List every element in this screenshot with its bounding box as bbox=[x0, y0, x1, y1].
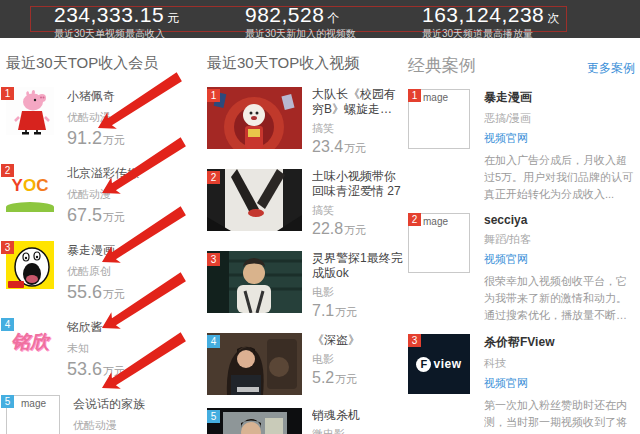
broken-image-text: mage bbox=[423, 92, 448, 103]
member-row-2[interactable]: 2 YOC 北京溢彩传媒 优酷动漫 67.5万元 bbox=[6, 164, 202, 226]
video-category: 电影 bbox=[312, 285, 403, 300]
member-row-1[interactable]: 1 小猪佩奇 bbox=[6, 87, 202, 149]
stat-label: 最近30天频道最高播放量 bbox=[422, 27, 559, 41]
video-title[interactable]: 大队长《校园有穷B》螺旋走位巧夺助学金... bbox=[312, 87, 403, 117]
rank-badge: 3 bbox=[207, 253, 220, 266]
top-stats-bar: 234,333.15元 最近30天单视频最高收入 982,528个 最近30天新… bbox=[0, 0, 640, 38]
video-amount: 5.2万元 bbox=[312, 369, 403, 387]
case-category: 恶搞/漫画 bbox=[484, 111, 634, 126]
member-amount: 53.6万元 bbox=[67, 359, 125, 380]
member-name[interactable]: 小猪佩奇 bbox=[67, 88, 125, 105]
case-title[interactable]: secciya bbox=[484, 213, 634, 227]
broken-image-placeholder: mage bbox=[6, 395, 60, 434]
member-row-4[interactable]: 4 铭欣 铭欣酱 未知 53.6万元 bbox=[6, 318, 202, 380]
video-thumbnail[interactable]: 3 bbox=[207, 251, 302, 313]
member-category: 未知 bbox=[67, 341, 125, 356]
rank-badge: 3 bbox=[1, 241, 14, 254]
stat-new-videos: 982,528个 最近30天新加入的视频数 bbox=[245, 3, 356, 41]
video-thumbnail[interactable]: 2 bbox=[207, 169, 302, 231]
member-amount: 67.5万元 bbox=[67, 205, 139, 226]
classic-cases-column: 经典案例 更多案例 1 mage 暴走漫画 恶搞/漫画 视频官网 在加入广告分成… bbox=[408, 54, 635, 434]
member-name[interactable]: 会说话的家族 bbox=[73, 396, 145, 413]
case-site-link[interactable]: 视频官网 bbox=[484, 252, 634, 267]
video-category: 电影 bbox=[312, 352, 403, 367]
case-description: 很荣幸加入视频创收平台，它为我带来了新的激情和动力。通过搜索优化，播放量不断增加… bbox=[484, 273, 634, 324]
thumbnail-art-detective bbox=[207, 251, 302, 313]
stat-top-video-income: 234,333.15元 最近30天单视频最高收入 bbox=[54, 3, 179, 41]
video-row-3[interactable]: 3 灵界警探1最终完成版ok 电影 7.1万元 bbox=[207, 251, 403, 320]
rank-badge: 4 bbox=[207, 335, 220, 348]
stat-value: 163,124,238 bbox=[422, 3, 544, 26]
member-name[interactable]: 北京溢彩传媒 bbox=[67, 165, 139, 182]
rank-badge: 5 bbox=[207, 410, 220, 423]
member-category: 优酷动漫 bbox=[67, 110, 125, 125]
rank-badge: 3 bbox=[408, 334, 421, 347]
dashboard-page: 234,333.15元 最近30天单视频最高收入 982,528个 最近30天新… bbox=[0, 0, 640, 434]
video-category: 搞笑 bbox=[312, 203, 403, 218]
thumbnail-art-woman bbox=[207, 333, 302, 395]
case-row-1[interactable]: 1 mage 暴走漫画 恶搞/漫画 视频官网 在加入广告分成后，月收入超过5万。… bbox=[408, 89, 635, 203]
case-title[interactable]: 暴走漫画 bbox=[484, 89, 634, 106]
stat-label: 最近30天单视频最高收入 bbox=[54, 27, 179, 41]
rank-badge: 2 bbox=[1, 164, 14, 177]
member-category: 优酷动漫 bbox=[67, 187, 139, 202]
case-category: 科技 bbox=[484, 356, 634, 371]
thumbnail-art-suit-man bbox=[207, 408, 302, 434]
stat-unit: 个 bbox=[327, 11, 339, 25]
video-title[interactable]: 土味小视频带你回味青涩爱情 27 bbox=[312, 169, 403, 199]
video-amount: 7.1万元 bbox=[312, 302, 403, 320]
case-row-3[interactable]: 3 F view 杀价帮FView 科技 视频官网 第一次加入粉丝赞助时还在内测… bbox=[408, 334, 635, 434]
video-category: 搞笑 bbox=[312, 121, 403, 136]
rank-badge: 1 bbox=[408, 89, 421, 102]
thumbnail-art-festival bbox=[207, 87, 302, 149]
rank-badge: 5 bbox=[1, 395, 14, 408]
stat-value: 234,333.15 bbox=[54, 3, 164, 26]
video-row-4[interactable]: 4 《深盗》 电影 5.2万元 bbox=[207, 333, 403, 395]
stat-label: 最近30天新加入的视频数 bbox=[245, 27, 356, 41]
member-amount: 55.6万元 bbox=[67, 282, 125, 303]
member-name[interactable]: 铭欣酱 bbox=[67, 319, 125, 336]
member-row-5[interactable]: 5 mage 会说话的家族 优酷动漫 31.0万元 bbox=[6, 395, 202, 434]
video-title[interactable]: 《深盗》 bbox=[312, 333, 403, 348]
video-row-2[interactable]: 2 土味小视频带你回味青涩爱情 27 搞笑 22.8万元 bbox=[207, 169, 403, 238]
thumbnail-art-shoes bbox=[207, 169, 302, 231]
fview-logo-word: view bbox=[433, 357, 461, 371]
cases-column-header: 经典案例 bbox=[408, 54, 476, 77]
more-cases-link[interactable]: 更多案例 bbox=[587, 60, 635, 77]
stat-unit: 次 bbox=[547, 11, 559, 25]
video-title[interactable]: 灵界警探1最终完成版ok bbox=[312, 251, 403, 281]
video-thumbnail[interactable]: 4 bbox=[207, 333, 302, 395]
member-amount: 91.2万元 bbox=[67, 128, 125, 149]
video-thumbnail[interactable]: 5 bbox=[207, 408, 302, 434]
rank-badge: 1 bbox=[1, 87, 14, 100]
member-name[interactable]: 暴走漫画 bbox=[67, 242, 125, 259]
case-row-2[interactable]: 2 mage secciya 舞蹈/拍客 视频官网 很荣幸加入视频创收平台，它为… bbox=[408, 213, 635, 324]
member-category: 优酷原创 bbox=[67, 264, 125, 279]
stat-top-channel-plays: 163,124,238次 最近30天频道最高播放量 bbox=[422, 3, 559, 41]
video-thumbnail[interactable]: 1 bbox=[207, 87, 302, 149]
video-category: 微电影 bbox=[312, 427, 403, 434]
stat-value: 982,528 bbox=[245, 3, 324, 26]
video-amount: 23.4万元 bbox=[312, 138, 403, 156]
case-description: 第一次加入粉丝赞助时还在内测，当时那一期视频收到了将近3000元，近200条付费… bbox=[484, 397, 634, 434]
broken-image-text: mage bbox=[21, 398, 46, 409]
case-category: 舞蹈/拍客 bbox=[484, 232, 634, 247]
broken-image-text: mage bbox=[423, 216, 448, 227]
member-row-3[interactable]: 3 暴走漫画 优酷原创 bbox=[6, 241, 202, 303]
rank-badge: 2 bbox=[408, 213, 421, 226]
video-amount: 22.8万元 bbox=[312, 220, 403, 238]
video-title[interactable]: 销魂杀机 bbox=[312, 408, 403, 423]
case-site-link[interactable]: 视频官网 bbox=[484, 131, 634, 146]
case-title[interactable]: 杀价帮FView bbox=[484, 334, 634, 351]
rank-badge: 4 bbox=[1, 318, 14, 331]
video-row-5[interactable]: 5 销魂杀机 微电影 4.2万元 bbox=[207, 408, 403, 434]
case-site-link[interactable]: 视频官网 bbox=[484, 376, 634, 391]
rank-badge: 1 bbox=[207, 89, 220, 102]
stat-unit: 元 bbox=[167, 11, 179, 25]
top-income-members-column: 最近30天TOP收入会员 1 bbox=[6, 54, 202, 434]
fview-logo-letter: F bbox=[416, 357, 431, 372]
rank-badge: 2 bbox=[207, 171, 220, 184]
videos-column-header: 最近30天TOP收入视频 bbox=[207, 54, 403, 73]
video-row-1[interactable]: 1 大队长《校园有穷B》螺旋走位巧夺助学金... 搞笑 23.4万元 bbox=[207, 87, 403, 156]
top-income-videos-column: 最近30天TOP收入视频 1 大队长《校园有穷B》螺旋走位 bbox=[207, 54, 403, 434]
